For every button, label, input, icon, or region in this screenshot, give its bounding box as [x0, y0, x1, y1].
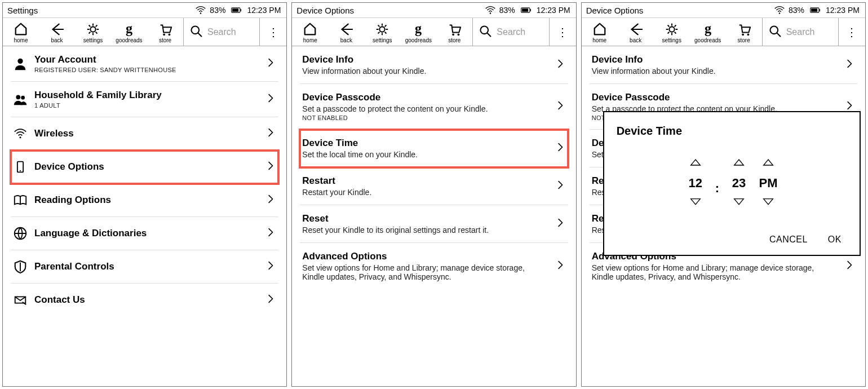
- status-bar: Device Options 83% 12:23 PM: [582, 3, 865, 18]
- device-time-dialog: Device Time 12 : 23 PM CANCEL OK: [603, 111, 861, 256]
- search-icon: [768, 24, 782, 40]
- search-icon: [189, 24, 203, 40]
- home-button[interactable]: home: [3, 18, 39, 46]
- clock: 12:23 PM: [537, 6, 570, 15]
- search-input[interactable]: [786, 27, 832, 37]
- home-label: home: [14, 37, 28, 43]
- toolbar: home back settings goodreads store ⋮: [292, 18, 575, 46]
- row-device-info: Device InfoView information about your K…: [590, 46, 857, 84]
- globe-icon: [13, 226, 28, 241]
- row-device-options[interactable]: Device Options: [11, 151, 278, 184]
- row-reset[interactable]: ResetReset your Kindle to its original s…: [300, 205, 568, 243]
- battery-pct: 83%: [210, 6, 225, 15]
- row-language[interactable]: Language & Dictionaries: [11, 217, 278, 250]
- battery-icon: [519, 5, 533, 15]
- store-label: store: [159, 37, 171, 43]
- chevron-right-icon: [556, 178, 566, 194]
- home-button[interactable]: home: [292, 18, 328, 46]
- settings-list: Your AccountREGISTERED USER: SANDY WRITT…: [3, 46, 286, 316]
- panel-device-time-dialog: Device Options 83% 12:23 PM home back se…: [581, 2, 866, 387]
- battery-icon: [229, 5, 243, 15]
- settings-button[interactable]: settings: [364, 18, 400, 46]
- back-button[interactable]: back: [39, 18, 75, 46]
- page-title: Device Options: [296, 6, 354, 15]
- ok-button[interactable]: OK: [828, 235, 842, 245]
- chevron-right-icon: [266, 125, 276, 142]
- page-title: Device Options: [586, 6, 644, 15]
- ampm-down-button[interactable]: [759, 195, 778, 210]
- hour-spinner: 12: [686, 157, 705, 210]
- overflow-menu-button[interactable]: ⋮: [259, 18, 286, 46]
- cancel-button[interactable]: CANCEL: [769, 235, 808, 245]
- store-button[interactable]: store: [726, 18, 762, 46]
- overflow-menu-button[interactable]: ⋮: [549, 18, 576, 46]
- wifi-icon: [195, 5, 206, 15]
- row-contact[interactable]: Contact Us: [11, 284, 278, 316]
- row-wireless[interactable]: Wireless: [11, 117, 278, 151]
- chevron-right-icon: [266, 55, 276, 72]
- status-bar: Device Options 83% 12:23 PM: [292, 3, 575, 18]
- chevron-right-icon: [845, 258, 855, 275]
- store-button[interactable]: store: [436, 18, 472, 46]
- panel-device-options: Device Options 83% 12:23 PM home back se…: [291, 2, 576, 387]
- goodreads-button[interactable]: goodreads: [400, 18, 436, 46]
- row-device-passcode[interactable]: Device PasscodeSet a passcode to protect…: [300, 84, 568, 130]
- battery-pct: 83%: [499, 6, 515, 15]
- back-label: back: [51, 37, 63, 43]
- minute-value: 23: [732, 176, 746, 191]
- panel-settings: Settings 83% 12:23 PM home back settings…: [2, 2, 287, 387]
- row-advanced[interactable]: Advanced OptionsSet view options for Hom…: [300, 243, 568, 289]
- chevron-right-icon: [556, 140, 566, 157]
- chevron-right-icon: [266, 258, 276, 275]
- search-input[interactable]: [497, 27, 543, 37]
- row-reading-options[interactable]: Reading Options: [11, 184, 278, 217]
- row-device-info[interactable]: Device InfoView information about your K…: [300, 46, 568, 84]
- back-button[interactable]: back: [328, 18, 364, 46]
- dialog-actions: CANCEL OK: [617, 235, 847, 245]
- book-icon: [13, 193, 28, 207]
- goodreads-button[interactable]: goodreads: [111, 18, 147, 46]
- search-box[interactable]: [472, 18, 548, 46]
- row-household[interactable]: Household & Family Library1 ADULT: [11, 82, 278, 117]
- goodreads-button[interactable]: goodreads: [690, 18, 726, 46]
- status-bar: Settings 83% 12:23 PM: [3, 3, 286, 18]
- shield-icon: [13, 259, 28, 274]
- wifi-icon: [485, 5, 496, 15]
- battery-pct: 83%: [789, 6, 804, 15]
- chevron-right-icon: [556, 215, 566, 232]
- overflow-menu-button[interactable]: ⋮: [838, 18, 865, 46]
- dialog-title: Device Time: [617, 125, 847, 138]
- chevron-right-icon: [266, 291, 276, 308]
- settings-button[interactable]: settings: [75, 18, 111, 46]
- store-button[interactable]: store: [147, 18, 183, 46]
- back-button[interactable]: back: [618, 18, 654, 46]
- clock: 12:23 PM: [826, 6, 860, 15]
- home-button[interactable]: home: [582, 18, 618, 46]
- search-input[interactable]: [207, 27, 254, 37]
- ampm-up-button[interactable]: [759, 157, 778, 171]
- minute-down-button[interactable]: [729, 195, 749, 210]
- chevron-right-icon: [266, 91, 276, 108]
- ampm-spinner: PM: [759, 157, 778, 210]
- chevron-right-icon: [266, 192, 276, 209]
- chevron-right-icon: [266, 158, 276, 175]
- hour-up-button[interactable]: [686, 157, 705, 171]
- search-box[interactable]: [183, 18, 259, 46]
- hour-down-button[interactable]: [686, 195, 705, 210]
- page-title: Settings: [7, 6, 38, 15]
- row-parental[interactable]: Parental Controls: [11, 250, 278, 284]
- settings-button[interactable]: settings: [654, 18, 690, 46]
- ampm-value: PM: [759, 176, 777, 191]
- device-options-list: Device InfoView information about your K…: [292, 46, 575, 289]
- minute-up-button[interactable]: [729, 157, 749, 171]
- battery-icon: [808, 5, 822, 15]
- chevron-right-icon: [845, 56, 855, 73]
- users-icon: [13, 92, 28, 107]
- search-box[interactable]: [762, 18, 838, 46]
- settings-label: settings: [83, 37, 103, 43]
- chevron-right-icon: [556, 98, 566, 115]
- row-your-account[interactable]: Your AccountREGISTERED USER: SANDY WRITT…: [11, 46, 278, 82]
- row-restart[interactable]: RestartRestart your Kindle.: [300, 167, 568, 205]
- search-icon: [479, 24, 492, 40]
- row-device-time[interactable]: Device TimeSet the local time on your Ki…: [300, 130, 568, 167]
